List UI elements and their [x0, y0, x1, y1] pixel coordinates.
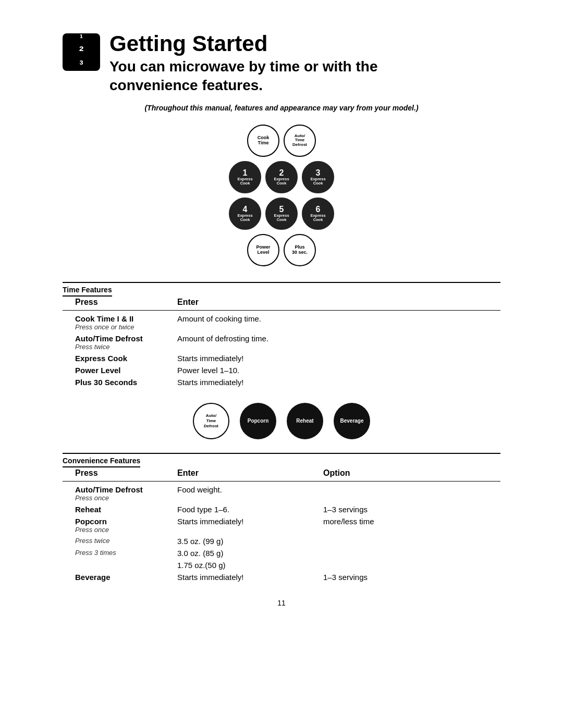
- express-cook-1-button[interactable]: 1 ExpressCook: [229, 161, 261, 193]
- subtitle-italic: (Throughout this manual, features and ap…: [63, 104, 500, 112]
- table-row: Reheat Food type 1–6. 1–3 servings: [63, 503, 500, 515]
- cook-time-label: Cook Time I & II: [75, 314, 177, 323]
- express-cook-enter: Starts immediately!: [177, 354, 323, 363]
- beverage-enter: Starts immediately!: [177, 573, 323, 582]
- conv-auto-defrost-enter: Food weight.: [177, 485, 323, 494]
- express-cook-5-button[interactable]: 5 ExpressCook: [265, 198, 298, 230]
- table-row: Auto/Time Defrost Press twice Amount of …: [63, 332, 500, 352]
- time-features-section: Time Features Press Enter Cook Time I & …: [63, 282, 500, 388]
- table-row: Press twice 3.5 oz. (99 g): [63, 535, 500, 547]
- reheat-button[interactable]: Reheat: [287, 403, 323, 439]
- table-row: 1.75 oz.(50 g): [63, 559, 500, 571]
- table-row: Plus 30 Seconds Starts immediately!: [63, 376, 500, 388]
- table-row: Beverage Starts immediately! 1–3 serving…: [63, 571, 500, 583]
- popcorn-option: more/less time: [323, 517, 427, 526]
- popcorn-enter-2: 3.5 oz. (99 g): [177, 537, 323, 546]
- beverage-label: Beverage: [75, 573, 177, 582]
- reheat-enter: Food type 1–6.: [177, 505, 323, 514]
- conv-auto-defrost-sub: Press once: [75, 494, 177, 502]
- enter-col-header: Enter: [177, 298, 323, 307]
- time-features-title: Time Features: [63, 286, 112, 297]
- press-col-header: Press: [63, 298, 177, 307]
- table-row: Auto/Time Defrost Press once Food weight…: [63, 484, 500, 503]
- cook-time-sub: Press once or twice: [75, 323, 177, 331]
- table-row: Cook Time I & II Press once or twice Amo…: [63, 313, 500, 332]
- auto-time-defrost-button-top[interactable]: Auto/TimeDefrost: [284, 125, 316, 157]
- power-level-button[interactable]: PowerLevel: [247, 234, 279, 266]
- auto-time-defrost-conv-button[interactable]: Auto/TimeDefrost: [193, 403, 229, 439]
- express-cook-4-button[interactable]: 4 ExpressCook: [229, 198, 261, 230]
- page-subtitle: You can microwave by time or with the co…: [109, 57, 378, 95]
- auto-defrost-sub: Press twice: [75, 343, 177, 351]
- popcorn-enter-1: Starts immediately!: [177, 517, 323, 526]
- cook-time-enter: Amount of cooking time.: [177, 314, 323, 323]
- auto-defrost-label: Auto/Time Defrost: [75, 334, 177, 343]
- reheat-option: 1–3 servings: [323, 505, 427, 514]
- convenience-features-header: Press Enter Option: [63, 465, 500, 482]
- convenience-buttons-row: Auto/TimeDefrost Popcorn Reheat Beverage: [63, 403, 500, 439]
- button-row-2: 1 ExpressCook 2 ExpressCook 3 ExpressCoo…: [229, 161, 334, 193]
- button-row-4: PowerLevel Plus30 sec.: [247, 234, 316, 266]
- option-col-header-conv: Option: [323, 468, 427, 478]
- conv-auto-defrost-label: Auto/Time Defrost: [75, 485, 177, 494]
- express-cook-6-button[interactable]: 6 ExpressCook: [302, 198, 334, 230]
- convenience-features-title: Convenience Features: [63, 456, 140, 467]
- power-level-enter: Power level 1–10.: [177, 366, 323, 375]
- table-row: Press 3 times 3.0 oz. (85 g): [63, 547, 500, 559]
- header-section: ¹ ² ³ Getting Started You can microwave …: [63, 31, 500, 95]
- time-features-header: Press Enter: [63, 294, 500, 311]
- button-row-3: 4 ExpressCook 5 ExpressCook 6 ExpressCoo…: [229, 198, 334, 230]
- popcorn-sub-twice: Press twice: [75, 537, 177, 545]
- title-block: Getting Started You can microwave by tim…: [109, 31, 378, 95]
- table-row: Popcorn Press once Starts immediately! m…: [63, 515, 500, 535]
- popcorn-enter-3: 3.0 oz. (85 g): [177, 549, 323, 558]
- plus-30-label: Plus 30 Seconds: [75, 378, 177, 387]
- express-cook-label: Express Cook: [75, 354, 177, 363]
- cook-time-button[interactable]: CookTime: [247, 125, 279, 157]
- press-col-header-conv: Press: [63, 468, 177, 478]
- table-row: Express Cook Starts immediately!: [63, 352, 500, 364]
- popcorn-button[interactable]: Popcorn: [240, 403, 276, 439]
- beverage-option: 1–3 servings: [323, 573, 427, 582]
- button-diagram: CookTime Auto/TimeDefrost 1 ExpressCook …: [63, 125, 500, 266]
- page-title: Getting Started: [109, 31, 378, 56]
- button-row-1: CookTime Auto/TimeDefrost: [247, 125, 316, 157]
- convenience-features-section: Convenience Features Press Enter Option …: [63, 453, 500, 583]
- logo-box: ¹ ² ³: [63, 33, 100, 71]
- popcorn-label: Popcorn: [75, 517, 177, 526]
- express-cook-3-button[interactable]: 3 ExpressCook: [302, 161, 334, 193]
- plus-30-enter: Starts immediately!: [177, 378, 323, 387]
- table-row: Power Level Power level 1–10.: [63, 364, 500, 376]
- express-cook-2-button[interactable]: 2 ExpressCook: [265, 161, 298, 193]
- reheat-label: Reheat: [75, 505, 177, 514]
- auto-defrost-enter: Amount of defrosting time.: [177, 334, 323, 343]
- plus-30-sec-button[interactable]: Plus30 sec.: [284, 234, 316, 266]
- popcorn-sub-once: Press once: [75, 526, 177, 534]
- popcorn-sub-3: Press 3 times: [75, 549, 177, 557]
- power-level-label: Power Level: [75, 366, 177, 375]
- logo-icon: ¹ ² ³: [79, 33, 84, 71]
- enter-col-header-conv: Enter: [177, 468, 323, 478]
- popcorn-enter-4: 1.75 oz.(50 g): [177, 561, 323, 570]
- beverage-button[interactable]: Beverage: [334, 403, 370, 439]
- page-number: 11: [63, 599, 500, 607]
